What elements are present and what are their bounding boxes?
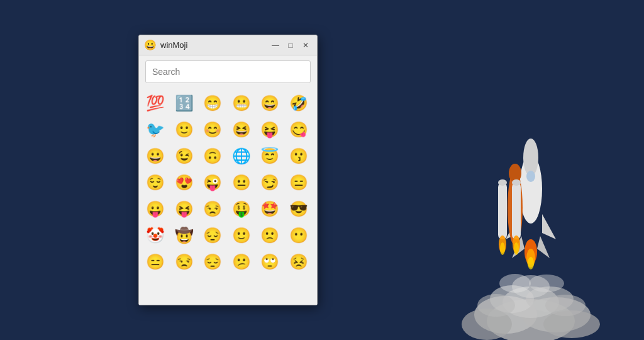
emoji-cell[interactable]: 😊 <box>200 117 225 142</box>
title-bar: 😀 winMoji — □ ✕ <box>139 35 317 55</box>
emoji-cell[interactable]: 🙄 <box>257 249 282 275</box>
emoji-cell[interactable]: 😕 <box>229 249 254 275</box>
emoji-cell[interactable]: 😗 <box>286 144 311 169</box>
svg-point-16 <box>514 242 519 255</box>
svg-point-28 <box>477 294 515 317</box>
svg-point-29 <box>545 295 586 316</box>
emoji-cell[interactable]: 😛 <box>143 196 168 222</box>
emoji-cell[interactable]: 😄 <box>257 91 282 116</box>
emoji-cell[interactable]: 😬 <box>229 91 254 116</box>
app-title: winMoji <box>160 40 269 50</box>
window-controls: — □ ✕ <box>269 39 312 52</box>
emoji-cell[interactable]: 🤩 <box>257 196 282 222</box>
svg-marker-4 <box>542 214 556 239</box>
emoji-cell[interactable]: 😁 <box>200 91 225 116</box>
search-container <box>139 55 317 88</box>
svg-point-12 <box>512 179 521 186</box>
emoji-cell[interactable]: 😔 <box>200 249 225 275</box>
emoji-cell[interactable]: 😍 <box>172 170 197 195</box>
emoji-cell[interactable]: 😏 <box>257 170 282 195</box>
emoji-cell[interactable]: 😌 <box>143 170 168 195</box>
emoji-cell[interactable]: 😣 <box>286 249 311 275</box>
svg-point-10 <box>498 179 507 186</box>
emoji-cell[interactable]: 😝 <box>172 196 197 222</box>
winmoji-window: 😀 winMoji — □ ✕ 💯🔢😁😬😄🤣🐦🙂😊😆😝😋😀😉🙃🌐😇😗😌😍😜😐😏😑… <box>138 35 318 305</box>
emoji-cell[interactable]: 😶 <box>286 223 311 248</box>
search-input[interactable] <box>145 60 311 83</box>
emoji-cell[interactable]: 🙂 <box>229 223 254 248</box>
minimize-button[interactable]: — <box>269 39 282 52</box>
svg-point-2 <box>526 171 535 182</box>
svg-marker-6 <box>537 236 550 258</box>
emoji-cell[interactable]: 😐 <box>229 170 254 195</box>
svg-point-32 <box>529 275 564 292</box>
svg-point-31 <box>499 274 531 293</box>
emoji-cell[interactable]: 🤣 <box>286 91 311 116</box>
emoji-cell[interactable]: 🌐 <box>229 144 254 169</box>
emoji-cell[interactable]: 😇 <box>257 144 282 169</box>
emoji-cell[interactable]: 🤠 <box>172 223 197 248</box>
emoji-cell[interactable]: 🤑 <box>229 196 254 222</box>
emoji-cell[interactable]: 🙂 <box>172 117 197 142</box>
emoji-cell[interactable]: 😀 <box>143 144 168 169</box>
emoji-cell[interactable]: 😎 <box>286 196 311 222</box>
emoji-cell[interactable]: 🤡 <box>143 223 168 248</box>
emoji-cell[interactable]: 😑 <box>286 170 311 195</box>
emoji-cell[interactable]: 🐦 <box>143 117 168 142</box>
emoji-cell[interactable]: 🔢 <box>172 91 197 116</box>
emoji-cell[interactable]: 😔 <box>200 223 225 248</box>
emoji-cell[interactable]: 😝 <box>257 117 282 142</box>
emoji-cell[interactable]: 😒 <box>200 196 225 222</box>
maximize-button[interactable]: □ <box>284 39 297 52</box>
emoji-cell[interactable]: 🙃 <box>200 144 225 169</box>
svg-rect-9 <box>498 183 507 239</box>
emoji-cell[interactable]: 😆 <box>229 117 254 142</box>
emoji-cell[interactable]: 😋 <box>286 117 311 142</box>
svg-point-14 <box>500 242 505 255</box>
emoji-cell[interactable]: 🙁 <box>257 223 282 248</box>
svg-rect-11 <box>512 183 521 239</box>
close-button[interactable]: ✕ <box>299 39 312 52</box>
emoji-cell[interactable]: 😒 <box>172 249 197 275</box>
emoji-grid: 💯🔢😁😬😄🤣🐦🙂😊😆😝😋😀😉🙃🌐😇😗😌😍😜😐😏😑😛😝😒🤑🤩😎🤡🤠😔🙂🙁😶😑😒😔😕… <box>143 91 313 275</box>
emoji-cell[interactable]: 😑 <box>143 249 168 275</box>
rocket-scene <box>468 76 594 340</box>
emoji-cell[interactable]: 😜 <box>200 170 225 195</box>
smoke-clouds <box>462 264 600 340</box>
emoji-cell[interactable]: 😉 <box>172 144 197 169</box>
emoji-cell[interactable]: 💯 <box>143 91 168 116</box>
emoji-grid-container[interactable]: 💯🔢😁😬😄🤣🐦🙂😊😆😝😋😀😉🙃🌐😇😗😌😍😜😐😏😑😛😝😒🤑🤩😎🤡🤠😔🙂🙁😶😑😒😔😕… <box>139 88 317 305</box>
app-icon: 😀 <box>144 39 157 51</box>
